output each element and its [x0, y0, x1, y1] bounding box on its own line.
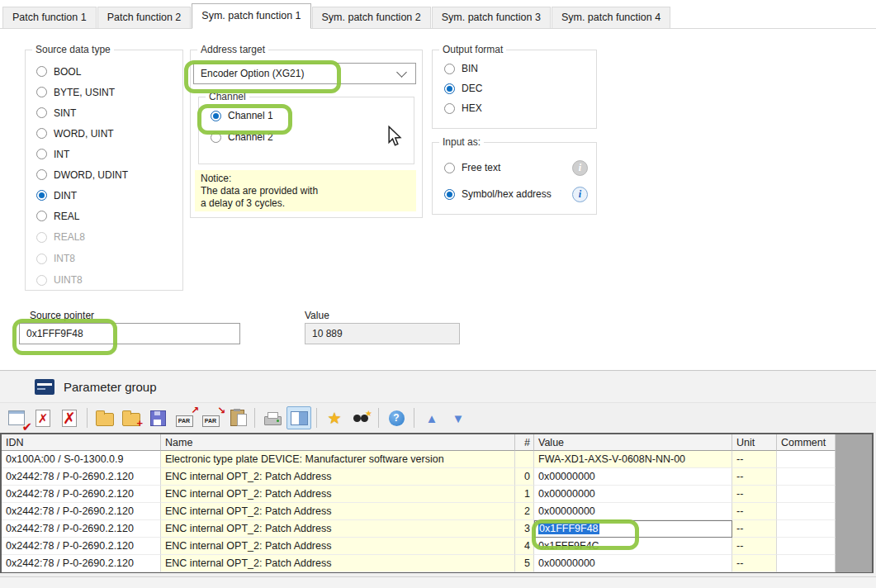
selected-value-text: 0x1FFF9F48	[538, 523, 599, 534]
radio-symbol-hex-circle	[444, 189, 455, 200]
radio-int[interactable]: INT	[36, 144, 182, 164]
radio-real[interactable]: REAL	[36, 206, 182, 226]
output-format-group: Output format BIN DEC HEX	[432, 50, 597, 129]
parameter-group-titlebar: Parameter group	[0, 372, 876, 403]
move-down-button[interactable]: ▼	[446, 406, 471, 429]
validate-button[interactable]: ✔	[4, 406, 29, 429]
delete-all-button[interactable]: ✗	[57, 406, 82, 429]
par-import-button[interactable]: PAR↘	[198, 406, 223, 429]
radio-bin[interactable]: BIN	[444, 59, 596, 78]
horizontal-scrollbar[interactable]	[0, 576, 876, 588]
radio-symbol-hex[interactable]: Symbol/hex address i	[444, 181, 588, 207]
folder-open-icon	[96, 413, 114, 426]
radio-dec[interactable]: DEC	[444, 78, 596, 98]
input-as-group: Input as: Free text i Symbol/hex address…	[432, 142, 597, 215]
tab-sym-patch-function-1[interactable]: Sym. patch function 1	[192, 3, 310, 29]
paste-icon	[230, 410, 244, 426]
table-row[interactable]: 0x2442:78 / P-0-2690.2.120 ENC internal …	[2, 468, 872, 486]
toolbar-separator	[414, 408, 414, 428]
source-pointer-input[interactable]: 0x1FFF9F48	[19, 323, 240, 344]
delete-button[interactable]: ✗	[31, 406, 55, 429]
radio-hex[interactable]: HEX	[444, 98, 596, 118]
channel-group: Channel Channel 1 Channel 2	[198, 97, 414, 164]
find-button[interactable]	[348, 406, 373, 429]
open-add-button[interactable]: +	[119, 406, 144, 429]
column-header-name[interactable]: Name	[161, 434, 515, 451]
toolbar-separator	[254, 408, 255, 428]
tab-patch-function-1[interactable]: Patch function 1	[2, 7, 97, 29]
radio-dword-udint[interactable]: DWORD, UDINT	[36, 164, 182, 185]
arrow-down-icon: ▼	[452, 412, 465, 424]
radio-bin-circle	[444, 64, 455, 74]
radio-sint-circle	[36, 107, 47, 118]
print-button[interactable]	[260, 406, 285, 429]
help-button[interactable]: ?	[384, 406, 409, 429]
favorites-button[interactable]: ★	[322, 406, 347, 429]
address-target-combobox[interactable]: Encoder Option (XG21)	[193, 63, 416, 84]
column-header-value[interactable]: Value	[534, 434, 732, 451]
radio-int8-circle	[36, 254, 47, 264]
table-row[interactable]: 0x2442:78 / P-0-2690.2.120 ENC internal …	[2, 538, 872, 555]
move-up-button[interactable]: ▲	[419, 406, 444, 429]
column-header-num[interactable]: #	[515, 434, 534, 451]
print-icon	[264, 416, 282, 425]
open-button[interactable]	[92, 406, 117, 429]
radio-real-circle	[36, 211, 47, 221]
app-window: Patch function 1 Patch function 2 Sym. p…	[0, 0, 876, 588]
input-as-title: Input as:	[439, 136, 484, 148]
table-row-selected[interactable]: 0x2442:78 / P-0-2690.2.120 ENC internal …	[2, 520, 872, 538]
par-export-button[interactable]: PAR↗	[172, 406, 197, 429]
value-readout: 10 889	[305, 323, 460, 344]
help-icon: ?	[389, 410, 405, 426]
par-export-icon: PAR	[176, 415, 193, 427]
table-row[interactable]: 0x2442:78 / P-0-2690.2.120 ENC internal …	[2, 486, 872, 503]
radio-word-uint[interactable]: WORD, UINT	[36, 123, 182, 144]
radio-byte-usint-circle	[36, 87, 47, 97]
radio-byte-usint[interactable]: BYTE, USINT	[36, 82, 182, 102]
arrow-up-icon: ▲	[426, 412, 438, 424]
tab-sym-patch-function-2[interactable]: Sym. patch function 2	[312, 7, 431, 29]
drive-icon	[35, 379, 54, 395]
tab-sym-patch-function-4[interactable]: Sym. patch function 4	[552, 7, 670, 29]
radio-dec-circle	[444, 83, 455, 94]
radio-free-text[interactable]: Free text i	[444, 154, 588, 181]
radio-dint[interactable]: DINT	[36, 185, 182, 206]
radio-bool-circle	[36, 66, 47, 77]
info-icon-blue[interactable]: i	[572, 187, 588, 202]
column-header-comment[interactable]: Comment	[777, 434, 836, 451]
tab-patch-function-2[interactable]: Patch function 2	[97, 7, 192, 29]
par-import-icon: PAR	[202, 415, 220, 427]
radio-sint[interactable]: SINT	[36, 102, 182, 123]
notice-line-1: Notice:	[201, 173, 410, 185]
source-data-type-title: Source data type	[32, 44, 114, 55]
chevron-down-icon	[396, 67, 407, 78]
radio-bool[interactable]: BOOL	[36, 61, 182, 82]
address-target-title: Address target	[197, 44, 268, 55]
radio-word-uint-circle	[36, 128, 47, 139]
column-header-unit[interactable]: Unit	[732, 434, 777, 451]
table-header-row: IDN Name # Value Unit Comment	[2, 434, 872, 451]
columns-icon	[291, 411, 308, 425]
radio-channel-1[interactable]: Channel 1	[211, 105, 414, 126]
value-edit-cell[interactable]: 0x1FFF9F48	[534, 520, 732, 538]
output-format-title: Output format	[439, 44, 506, 55]
toolbar: ✔ ✗ ✗ + PAR↗ PAR↘ ★ ? ▲ ▼	[3, 404, 471, 432]
radio-dword-udint-circle	[36, 169, 47, 180]
table-row[interactable]: 0x2442:78 / P-0-2690.2.120 ENC internal …	[2, 503, 872, 520]
toolbar-separator	[378, 408, 379, 428]
table-row[interactable]: 0x100A:00 / S-0-1300.0.9 Electronic type…	[2, 451, 872, 468]
paste-button[interactable]	[225, 406, 249, 429]
tab-sym-patch-function-3[interactable]: Sym. patch function 3	[432, 7, 551, 29]
columns-button[interactable]	[286, 406, 311, 429]
info-icon-gray[interactable]: i	[572, 160, 588, 176]
tabstrip: Patch function 1 Patch function 2 Sym. p…	[2, 6, 671, 29]
value-readout-text: 10 889	[312, 328, 343, 339]
notice-line-2: The data are provided with	[201, 185, 410, 197]
radio-channel-2-circle	[211, 132, 221, 143]
table-row[interactable]: 0x2442:78 / P-0-2690.2.120 ENC internal …	[2, 555, 872, 572]
column-header-idn[interactable]: IDN	[2, 434, 161, 451]
save-button[interactable]	[145, 406, 170, 429]
channel-title: Channel	[206, 91, 249, 102]
source-pointer-label: Source pointer	[30, 310, 94, 321]
radio-channel-2[interactable]: Channel 2	[211, 126, 414, 148]
